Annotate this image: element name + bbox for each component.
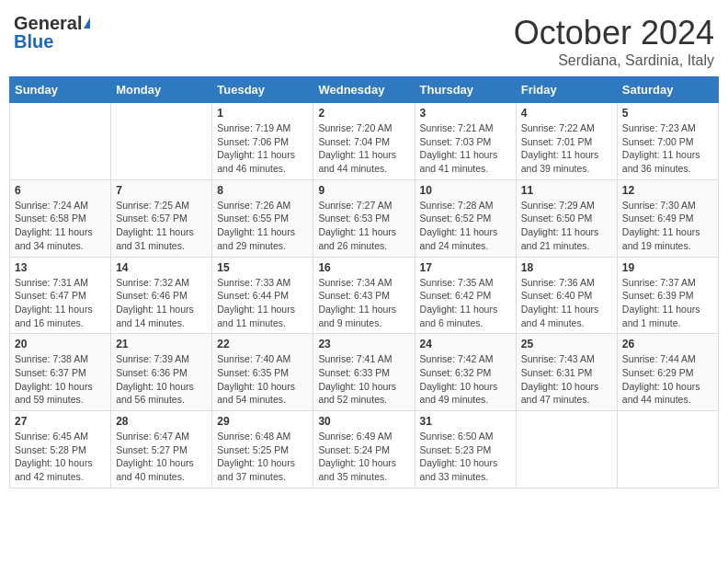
day-detail: Daylight: 10 hours and 44 minutes. xyxy=(622,380,713,407)
day-detail: Sunset: 6:55 PM xyxy=(217,212,308,225)
day-number: 3 xyxy=(420,107,511,120)
day-number: 11 xyxy=(521,184,612,197)
calendar-cell xyxy=(10,103,111,180)
calendar-cell: 7Sunrise: 7:25 AMSunset: 6:57 PMDaylight… xyxy=(111,179,212,257)
month-title: October 2024 xyxy=(514,14,714,52)
day-number: 22 xyxy=(217,338,308,350)
day-detail: Sunrise: 7:33 AM xyxy=(217,276,308,290)
calendar-cell: 18Sunrise: 7:36 AMSunset: 6:40 PMDayligh… xyxy=(516,257,617,334)
day-detail: Sunrise: 7:30 AM xyxy=(622,199,713,213)
day-detail: Sunrise: 6:49 AM xyxy=(318,430,409,443)
day-detail: Daylight: 11 hours and 46 minutes. xyxy=(217,148,308,175)
calendar-cell: 23Sunrise: 7:41 AMSunset: 6:33 PMDayligh… xyxy=(313,334,415,411)
day-detail: Sunrise: 7:21 AM xyxy=(420,121,511,135)
day-detail: Sunset: 6:57 PM xyxy=(116,212,207,225)
calendar-cell: 9Sunrise: 7:27 AMSunset: 6:53 PMDaylight… xyxy=(313,179,415,257)
day-header-thursday: Thursday xyxy=(415,77,516,103)
day-detail: Sunset: 5:23 PM xyxy=(420,443,511,457)
day-detail: Sunset: 7:04 PM xyxy=(318,135,409,149)
day-detail: Sunrise: 7:38 AM xyxy=(15,352,106,366)
day-detail: Daylight: 11 hours and 11 minutes. xyxy=(217,303,308,329)
day-detail: Daylight: 10 hours and 49 minutes. xyxy=(420,380,511,407)
day-number: 21 xyxy=(116,338,207,350)
day-number: 30 xyxy=(318,415,409,428)
day-header-monday: Monday xyxy=(111,77,212,103)
day-detail: Sunset: 6:32 PM xyxy=(420,366,511,380)
calendar-cell: 2Sunrise: 7:20 AMSunset: 7:04 PMDaylight… xyxy=(313,103,415,180)
calendar-cell: 10Sunrise: 7:28 AMSunset: 6:52 PMDayligh… xyxy=(415,179,516,257)
day-detail: Sunset: 7:03 PM xyxy=(420,135,511,149)
day-detail: Daylight: 11 hours and 31 minutes. xyxy=(116,225,207,252)
day-number: 9 xyxy=(318,184,409,197)
day-detail: Sunset: 6:29 PM xyxy=(622,366,713,380)
calendar-header: SundayMondayTuesdayWednesdayThursdayFrid… xyxy=(10,77,719,103)
day-number: 5 xyxy=(622,107,713,120)
logo-triangle-icon xyxy=(84,17,90,29)
day-detail: Sunset: 6:46 PM xyxy=(116,289,207,303)
day-number: 10 xyxy=(420,184,511,197)
calendar-cell: 4Sunrise: 7:22 AMSunset: 7:01 PMDaylight… xyxy=(516,103,617,180)
day-header-tuesday: Tuesday xyxy=(212,77,313,103)
calendar-cell: 31Sunrise: 6:50 AMSunset: 5:23 PMDayligh… xyxy=(415,411,516,488)
day-detail: Daylight: 11 hours and 21 minutes. xyxy=(521,225,612,252)
calendar-cell: 5Sunrise: 7:23 AMSunset: 7:00 PMDaylight… xyxy=(617,103,718,180)
page-header: General Blue October 2024 Serdiana, Sard… xyxy=(9,9,719,69)
day-detail: Daylight: 11 hours and 24 minutes. xyxy=(420,225,511,252)
day-number: 14 xyxy=(116,261,207,274)
day-number: 23 xyxy=(318,338,409,350)
day-detail: Sunrise: 7:27 AM xyxy=(318,199,409,213)
day-detail: Sunrise: 7:32 AM xyxy=(116,276,207,290)
day-detail: Sunrise: 7:37 AM xyxy=(622,276,713,290)
calendar-week-row: 20Sunrise: 7:38 AMSunset: 6:37 PMDayligh… xyxy=(10,334,719,411)
day-header-sunday: Sunday xyxy=(10,77,111,103)
day-detail: Sunrise: 7:23 AM xyxy=(622,121,713,135)
day-detail: Sunrise: 7:36 AM xyxy=(521,276,612,290)
day-number: 6 xyxy=(15,184,106,197)
day-detail: Sunset: 6:33 PM xyxy=(318,366,409,380)
day-number: 28 xyxy=(116,415,207,428)
day-number: 19 xyxy=(622,261,713,274)
day-number: 8 xyxy=(217,184,308,197)
day-detail: Sunrise: 7:41 AM xyxy=(318,352,409,366)
day-detail: Sunrise: 7:40 AM xyxy=(217,352,308,366)
calendar-cell: 14Sunrise: 7:32 AMSunset: 6:46 PMDayligh… xyxy=(111,257,212,334)
day-number: 7 xyxy=(116,184,207,197)
day-detail: Sunset: 6:36 PM xyxy=(116,366,207,380)
day-detail: Daylight: 10 hours and 47 minutes. xyxy=(521,380,612,407)
day-detail: Sunset: 6:42 PM xyxy=(420,289,511,303)
day-detail: Daylight: 10 hours and 37 minutes. xyxy=(217,456,308,483)
day-detail: Daylight: 11 hours and 44 minutes. xyxy=(318,148,409,175)
day-header-wednesday: Wednesday xyxy=(313,77,415,103)
day-detail: Sunset: 5:25 PM xyxy=(217,443,308,457)
calendar-cell: 20Sunrise: 7:38 AMSunset: 6:37 PMDayligh… xyxy=(10,334,111,411)
day-detail: Sunset: 5:28 PM xyxy=(15,443,106,457)
day-detail: Sunrise: 7:24 AM xyxy=(15,199,106,213)
day-detail: Sunrise: 6:50 AM xyxy=(420,430,511,443)
day-detail: Sunrise: 7:26 AM xyxy=(217,199,308,213)
day-number: 24 xyxy=(420,338,511,350)
day-detail: Sunset: 6:37 PM xyxy=(15,366,106,380)
day-number: 18 xyxy=(521,261,612,274)
day-detail: Daylight: 11 hours and 6 minutes. xyxy=(420,303,511,329)
calendar-cell: 6Sunrise: 7:24 AMSunset: 6:58 PMDaylight… xyxy=(10,179,111,257)
day-detail: Sunset: 6:53 PM xyxy=(318,212,409,225)
day-detail: Daylight: 10 hours and 54 minutes. xyxy=(217,380,308,407)
calendar-cell: 3Sunrise: 7:21 AMSunset: 7:03 PMDaylight… xyxy=(415,103,516,180)
logo: General Blue xyxy=(14,14,90,51)
calendar-week-row: 13Sunrise: 7:31 AMSunset: 6:47 PMDayligh… xyxy=(10,257,719,334)
day-detail: Sunset: 6:58 PM xyxy=(15,212,106,225)
day-detail: Daylight: 11 hours and 19 minutes. xyxy=(622,225,713,252)
day-detail: Daylight: 11 hours and 9 minutes. xyxy=(318,303,409,329)
day-detail: Sunrise: 7:19 AM xyxy=(217,121,308,135)
calendar-cell: 28Sunrise: 6:47 AMSunset: 5:27 PMDayligh… xyxy=(111,411,212,488)
logo-blue-text: Blue xyxy=(14,32,53,51)
day-detail: Sunrise: 7:29 AM xyxy=(521,199,612,213)
day-detail: Sunrise: 6:48 AM xyxy=(217,430,308,443)
day-detail: Daylight: 10 hours and 40 minutes. xyxy=(116,456,207,483)
calendar-week-row: 1Sunrise: 7:19 AMSunset: 7:06 PMDaylight… xyxy=(10,103,719,180)
calendar-cell xyxy=(617,411,718,488)
day-detail: Sunset: 7:06 PM xyxy=(217,135,308,149)
day-detail: Sunset: 6:31 PM xyxy=(521,366,612,380)
day-detail: Sunset: 5:24 PM xyxy=(318,443,409,457)
calendar-cell: 16Sunrise: 7:34 AMSunset: 6:43 PMDayligh… xyxy=(313,257,415,334)
